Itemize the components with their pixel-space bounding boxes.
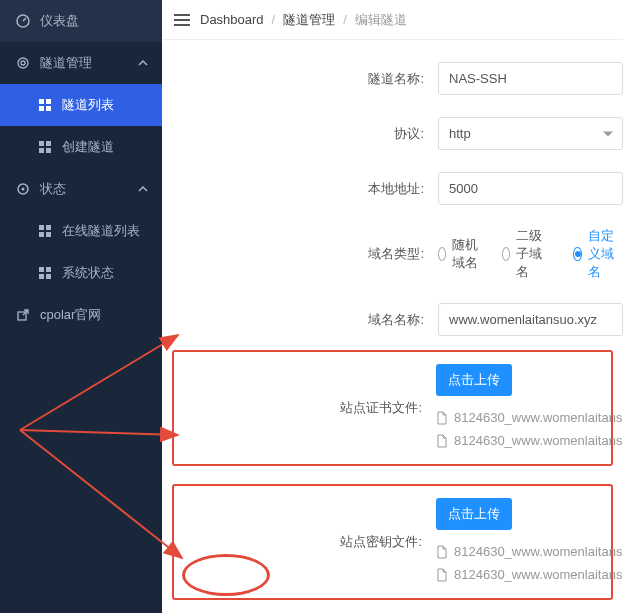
grid-icon: [38, 266, 52, 280]
sidebar-item[interactable]: 仪表盘: [0, 0, 162, 42]
breadcrumb-item[interactable]: Dashboard: [200, 12, 264, 27]
svg-rect-8: [46, 148, 51, 153]
cert-upload-button[interactable]: 点击上传: [436, 364, 512, 396]
breadcrumb: Dashboard / 隧道管理 / 编辑隧道: [200, 11, 407, 29]
svg-rect-7: [39, 148, 44, 153]
main-content: Dashboard / 隧道管理 / 编辑隧道 隧道名称: 协议: 本地地址:: [162, 0, 623, 613]
svg-rect-21: [174, 19, 190, 21]
svg-point-10: [22, 188, 25, 191]
radio-dot-icon: [502, 247, 510, 261]
key-upload-button[interactable]: 点击上传: [436, 498, 512, 530]
sidebar-item[interactable]: 状态: [0, 168, 162, 210]
breadcrumb-separator: /: [343, 12, 347, 27]
svg-rect-13: [39, 232, 44, 237]
uploaded-file-item: 8124630_www.womenlaitansuo.xyz.pem: [436, 406, 623, 429]
svg-rect-22: [174, 24, 190, 26]
uploaded-file-item: 8124630_www.womenlaitansuo.xyz.key: [436, 540, 623, 563]
uploaded-file-item: 8124630_www.womenlaitansuo.xyz.pem: [436, 429, 623, 452]
sidebar-item-label: 状态: [40, 180, 66, 198]
external-icon: [16, 308, 30, 322]
gear-icon: [16, 56, 30, 70]
file-name: 8124630_www.womenlaitansuo.xyz.pem: [454, 433, 623, 448]
sidebar-item-label: 仪表盘: [40, 12, 79, 30]
cert-file-highlight: 站点证书文件: 点击上传 8124630_www.womenlaitansuo.…: [172, 350, 613, 466]
domain-type-radio[interactable]: 二级子域名: [502, 227, 552, 281]
sidebar-item[interactable]: cpolar官网: [0, 294, 162, 336]
sidebar-item[interactable]: 系统状态: [0, 252, 162, 294]
sidebar-item-label: 系统状态: [62, 264, 114, 282]
svg-rect-20: [174, 14, 190, 16]
chevron-up-icon: [138, 184, 148, 194]
svg-rect-6: [46, 141, 51, 146]
svg-rect-5: [39, 141, 44, 146]
radio-dot-icon: [573, 247, 581, 261]
sidebar-item-label: 隧道列表: [62, 96, 114, 114]
svg-rect-1: [39, 99, 44, 104]
file-name: 8124630_www.womenlaitansuo.xyz.key: [454, 544, 623, 559]
sidebar-item[interactable]: 创建隧道: [0, 126, 162, 168]
file-icon: [436, 434, 448, 448]
svg-rect-12: [46, 225, 51, 230]
svg-rect-18: [46, 274, 51, 279]
cert-file-label: 站点证书文件:: [188, 399, 436, 417]
domain-type-radio-group: 随机域名二级子域名自定义域名: [438, 227, 623, 281]
local-address-label: 本地地址:: [162, 180, 438, 198]
sidebar-item[interactable]: 在线隧道列表: [0, 210, 162, 252]
radio-label: 二级子域名: [516, 227, 551, 281]
form-content: 隧道名称: 协议: 本地地址: 域名类型: 随机域名二级子域名自定义域名 域名名…: [162, 40, 623, 613]
domain-type-radio[interactable]: 随机域名: [438, 236, 480, 272]
sidebar-item[interactable]: 隧道列表: [0, 84, 162, 126]
protocol-select[interactable]: [438, 117, 623, 150]
grid-icon: [38, 140, 52, 154]
crosshair-icon: [16, 182, 30, 196]
file-name: 8124630_www.womenlaitansuo.xyz.pem: [454, 410, 623, 425]
grid-icon: [38, 224, 52, 238]
file-icon: [436, 545, 448, 559]
sidebar-item-label: 隧道管理: [40, 54, 92, 72]
key-file-label: 站点密钥文件:: [188, 533, 436, 551]
svg-rect-15: [39, 267, 44, 272]
svg-rect-4: [46, 106, 51, 111]
file-icon: [436, 411, 448, 425]
key-file-highlight: 站点密钥文件: 点击上传 8124630_www.womenlaitansuo.…: [172, 484, 613, 600]
svg-rect-3: [39, 106, 44, 111]
sidebar-item-label: 在线隧道列表: [62, 222, 140, 240]
radio-label: 随机域名: [452, 236, 480, 272]
radio-dot-icon: [438, 247, 446, 261]
svg-rect-16: [46, 267, 51, 272]
topbar: Dashboard / 隧道管理 / 编辑隧道: [162, 0, 623, 40]
domain-type-label: 域名类型:: [162, 245, 438, 263]
chevron-up-icon: [138, 58, 148, 68]
svg-rect-14: [46, 232, 51, 237]
tunnel-name-input[interactable]: [438, 62, 623, 95]
grid-icon: [38, 98, 52, 112]
svg-rect-2: [46, 99, 51, 104]
local-address-input[interactable]: [438, 172, 623, 205]
domain-name-label: 域名名称:: [162, 311, 438, 329]
file-icon: [436, 568, 448, 582]
breadcrumb-separator: /: [272, 12, 276, 27]
tunnel-name-label: 隧道名称:: [162, 70, 438, 88]
uploaded-file-item: 8124630_www.womenlaitansuo.xyz.key: [436, 563, 623, 586]
file-name: 8124630_www.womenlaitansuo.xyz.key: [454, 567, 623, 582]
svg-rect-17: [39, 274, 44, 279]
radio-label: 自定义域名: [588, 227, 623, 281]
sidebar-item-label: cpolar官网: [40, 306, 101, 324]
svg-rect-11: [39, 225, 44, 230]
domain-name-input[interactable]: [438, 303, 623, 336]
sidebar-item-label: 创建隧道: [62, 138, 114, 156]
breadcrumb-item[interactable]: 隧道管理: [283, 11, 335, 29]
sidebar-item[interactable]: 隧道管理: [0, 42, 162, 84]
menu-icon[interactable]: [174, 12, 190, 28]
protocol-label: 协议:: [162, 125, 438, 143]
sidebar: 仪表盘隧道管理隧道列表创建隧道状态在线隧道列表系统状态cpolar官网: [0, 0, 162, 613]
dashboard-icon: [16, 14, 30, 28]
breadcrumb-current: 编辑隧道: [355, 11, 407, 29]
domain-type-radio[interactable]: 自定义域名: [573, 227, 623, 281]
